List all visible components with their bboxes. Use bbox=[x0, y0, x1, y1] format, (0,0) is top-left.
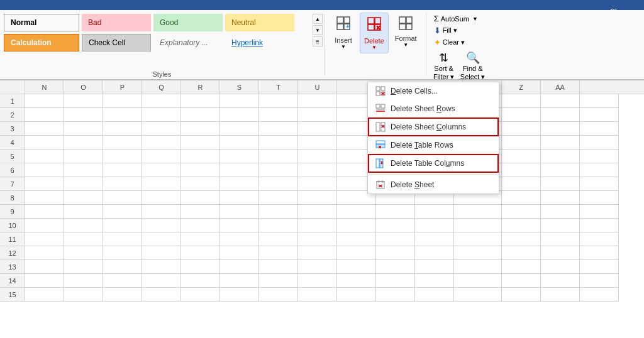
cell[interactable] bbox=[142, 288, 181, 302]
cell[interactable] bbox=[580, 108, 619, 122]
cell[interactable] bbox=[25, 136, 64, 150]
col-header-N[interactable]: N bbox=[25, 80, 64, 94]
cell[interactable] bbox=[298, 163, 337, 177]
style-calculation[interactable]: Calculation bbox=[4, 34, 79, 52]
cell[interactable] bbox=[181, 150, 220, 163]
style-explanatory[interactable]: Explanatory ... bbox=[153, 34, 223, 52]
cell[interactable] bbox=[502, 177, 541, 191]
delete-sheet-columns-item[interactable]: Delete Sheet Columns bbox=[368, 117, 499, 136]
cell[interactable] bbox=[103, 94, 142, 108]
cell[interactable] bbox=[220, 94, 259, 108]
clear-button[interactable]: ✦ Clear ▾ bbox=[431, 36, 491, 48]
cell[interactable] bbox=[142, 136, 181, 150]
cell[interactable] bbox=[142, 246, 181, 260]
cell[interactable] bbox=[220, 150, 259, 163]
cell[interactable] bbox=[376, 205, 415, 219]
cell[interactable] bbox=[580, 122, 619, 136]
cell[interactable] bbox=[220, 177, 259, 191]
style-normal[interactable]: Normal bbox=[4, 14, 79, 31]
cell[interactable] bbox=[142, 205, 181, 219]
style-hyperlink[interactable]: Hyperlink bbox=[225, 34, 294, 52]
cell[interactable] bbox=[580, 94, 619, 108]
col-header-O[interactable]: O bbox=[64, 80, 103, 94]
cell[interactable] bbox=[541, 219, 580, 232]
col-header-P[interactable]: P bbox=[103, 80, 142, 94]
cell[interactable] bbox=[103, 150, 142, 163]
cell[interactable] bbox=[337, 288, 376, 302]
cell[interactable] bbox=[64, 219, 103, 232]
cell[interactable] bbox=[541, 177, 580, 191]
cell[interactable] bbox=[220, 108, 259, 122]
scroll-more[interactable]: ≡ bbox=[313, 36, 323, 46]
cell[interactable] bbox=[298, 288, 337, 302]
col-header-Q[interactable]: Q bbox=[142, 80, 181, 94]
cell[interactable] bbox=[298, 136, 337, 150]
cell[interactable] bbox=[541, 191, 580, 205]
cell[interactable] bbox=[259, 274, 298, 288]
cell[interactable] bbox=[580, 191, 619, 205]
cell[interactable] bbox=[259, 122, 298, 136]
delete-arrow[interactable]: ▼ bbox=[372, 45, 377, 50]
cell[interactable] bbox=[64, 108, 103, 122]
cell[interactable] bbox=[181, 163, 220, 177]
cell[interactable] bbox=[103, 136, 142, 150]
cell[interactable] bbox=[142, 232, 181, 246]
cell[interactable] bbox=[259, 108, 298, 122]
insert-button[interactable]: + Insert ▼ bbox=[330, 13, 357, 52]
cell[interactable] bbox=[64, 260, 103, 274]
cell[interactable] bbox=[541, 136, 580, 150]
cell[interactable] bbox=[541, 122, 580, 136]
cell[interactable] bbox=[376, 288, 415, 302]
cell[interactable] bbox=[415, 205, 454, 219]
cell[interactable] bbox=[25, 163, 64, 177]
cell[interactable] bbox=[181, 94, 220, 108]
cell[interactable] bbox=[259, 177, 298, 191]
cell[interactable] bbox=[541, 150, 580, 163]
delete-sheet-rows-item[interactable]: Delete Sheet Rows bbox=[368, 100, 499, 117]
cell[interactable] bbox=[25, 246, 64, 260]
cell[interactable] bbox=[181, 136, 220, 150]
cell[interactable] bbox=[541, 163, 580, 177]
cell[interactable] bbox=[103, 163, 142, 177]
cell[interactable] bbox=[580, 232, 619, 246]
cell[interactable] bbox=[337, 232, 376, 246]
cell[interactable] bbox=[502, 260, 541, 274]
cell[interactable] bbox=[181, 177, 220, 191]
cell[interactable] bbox=[502, 150, 541, 163]
cell[interactable] bbox=[259, 163, 298, 177]
cell[interactable] bbox=[103, 288, 142, 302]
cell[interactable] bbox=[580, 163, 619, 177]
cell[interactable] bbox=[376, 246, 415, 260]
sort-filter-button[interactable]: ⇅ Sort &Filter ▾ bbox=[431, 51, 457, 81]
cell[interactable] bbox=[580, 274, 619, 288]
delete-button[interactable]: Delete ▼ bbox=[360, 13, 389, 53]
cell[interactable] bbox=[220, 191, 259, 205]
cell[interactable] bbox=[376, 219, 415, 232]
cell[interactable] bbox=[502, 232, 541, 246]
scroll-down[interactable]: ▼ bbox=[313, 25, 323, 35]
cell[interactable] bbox=[25, 122, 64, 136]
cell[interactable] bbox=[298, 205, 337, 219]
cell[interactable] bbox=[502, 122, 541, 136]
cell[interactable] bbox=[337, 205, 376, 219]
cell[interactable] bbox=[502, 219, 541, 232]
cell[interactable] bbox=[103, 274, 142, 288]
cell[interactable] bbox=[25, 94, 64, 108]
cell[interactable] bbox=[220, 205, 259, 219]
cell[interactable] bbox=[580, 205, 619, 219]
cell[interactable] bbox=[64, 163, 103, 177]
cell[interactable] bbox=[259, 150, 298, 163]
cell[interactable] bbox=[64, 246, 103, 260]
cell[interactable] bbox=[541, 232, 580, 246]
cell[interactable] bbox=[580, 177, 619, 191]
cell[interactable] bbox=[142, 177, 181, 191]
cell[interactable] bbox=[259, 219, 298, 232]
cell[interactable] bbox=[298, 232, 337, 246]
cell[interactable] bbox=[181, 260, 220, 274]
cell[interactable] bbox=[502, 136, 541, 150]
scroll-up[interactable]: ▲ bbox=[313, 14, 323, 24]
style-bad[interactable]: Bad bbox=[82, 14, 151, 31]
cell[interactable] bbox=[415, 274, 454, 288]
cell[interactable] bbox=[220, 122, 259, 136]
cell[interactable] bbox=[502, 108, 541, 122]
